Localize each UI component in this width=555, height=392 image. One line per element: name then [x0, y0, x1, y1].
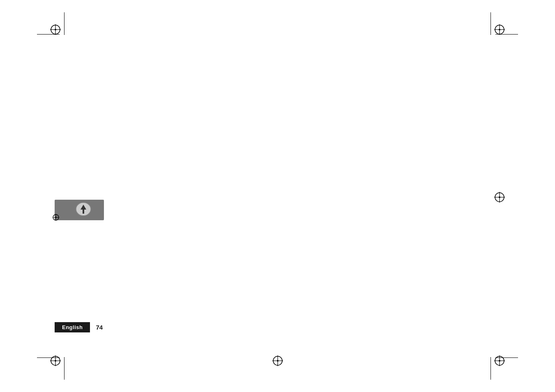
- ui-widget[interactable]: [55, 200, 104, 220]
- reg-mark-mid-right: [491, 189, 508, 207]
- corner-vline-bottom-left: [64, 357, 64, 380]
- corner-vline-top-right: [491, 12, 491, 35]
- reg-mark-bottom-right: [491, 353, 508, 371]
- language-badge: English: [55, 322, 90, 332]
- reg-mark-bottom-left: [47, 353, 64, 371]
- reg-mark-top-right: [491, 21, 508, 39]
- corner-vline-top-left: [64, 12, 64, 35]
- reg-mark-bottom-center: [269, 353, 286, 371]
- reg-mark-top-left: [47, 21, 64, 39]
- upload-button[interactable]: [75, 201, 92, 219]
- widget-crosshair-icon: [51, 213, 60, 224]
- corner-vline-bottom-right: [491, 357, 491, 380]
- page-number: 74: [96, 324, 103, 331]
- footer-bar: English 74: [55, 322, 103, 332]
